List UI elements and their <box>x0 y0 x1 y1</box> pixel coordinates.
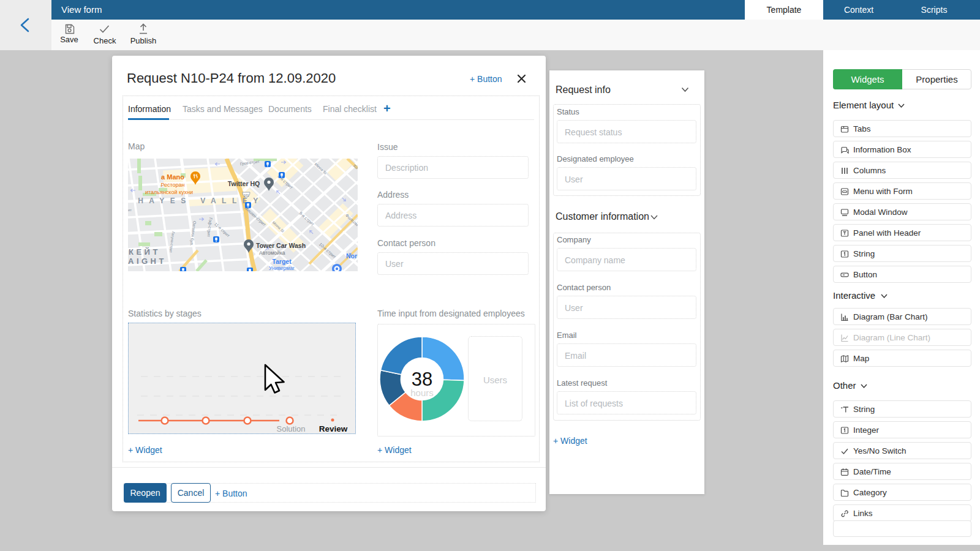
svg-text:Target: Target <box>272 258 292 265</box>
svg-text:Review: Review <box>319 424 348 433</box>
svg-text:ит: ит <box>128 208 132 212</box>
svg-text:Twitter HQ: Twitter HQ <box>228 180 260 187</box>
svg-text:Универмаг: Универмаг <box>269 265 295 271</box>
svg-text:a Mano: a Mano <box>161 173 184 181</box>
svg-text:101: 101 <box>243 193 249 197</box>
svg-text:КЕЙТ: КЕЙТ <box>129 247 160 257</box>
svg-text:итальянской кухни: итальянской кухни <box>145 189 193 195</box>
svg-text:Solution: Solution <box>277 424 306 433</box>
svg-text:Ресторан: Ресторан <box>160 182 184 188</box>
svg-text:HAYES: HAYES <box>138 197 192 205</box>
svg-text:38: 38 <box>412 369 432 390</box>
svg-text:hours: hours <box>410 388 434 398</box>
svg-text:VALLEY: VALLEY <box>200 197 263 205</box>
svg-text:AIGHT: AIGHT <box>128 257 167 266</box>
svg-text:Автомойка: Автомойка <box>259 250 285 256</box>
svg-text:Nor: Nor <box>346 252 357 260</box>
svg-text:Tower Car Wash: Tower Car Wash <box>256 242 306 249</box>
